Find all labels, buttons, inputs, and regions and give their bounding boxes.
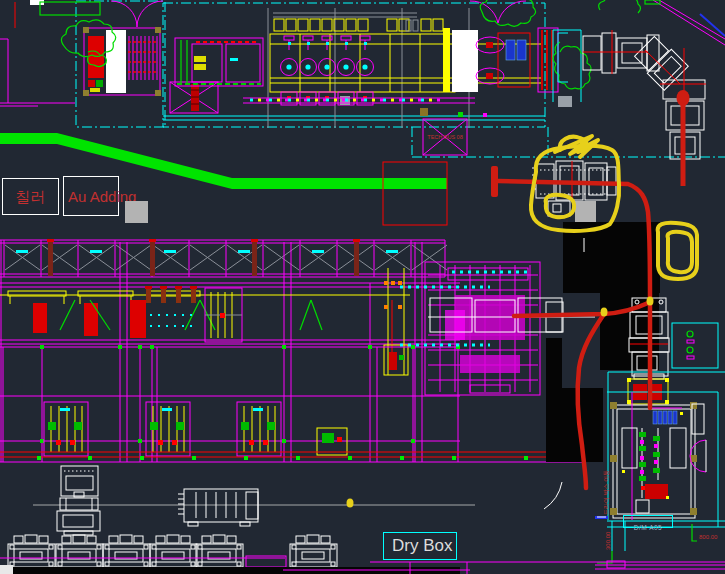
cad-drawing-canvas[interactable]: 칠러 Au Adding TECH BUS 08 Dry Box D/M A05… [0, 0, 725, 574]
gray-patch [125, 201, 148, 223]
blackout-regions [546, 222, 660, 462]
red-outline-box [383, 162, 447, 225]
bottom-carts [0, 466, 725, 574]
chiller-label-box[interactable]: 칠러 [2, 178, 59, 215]
top-left-equipment [0, 0, 218, 113]
tech-bus-label-text: TECH BUS 08 [425, 134, 465, 140]
dm-axis-label-text: D/M A05 [634, 524, 662, 531]
right-transfer-chain [558, 0, 725, 159]
dm-axis-label-box: D/M A05 [623, 515, 673, 528]
chiller-label-text: 칠러 [15, 188, 45, 207]
horizontal-dimension-text: 800.00 [699, 534, 717, 540]
boundary-lines [76, 1, 725, 157]
relocation-note-text: 드라이 박스 이동 [602, 470, 611, 515]
dry-box-label-text: Dry Box [392, 536, 452, 556]
vertical-dimension-text: 300.00 [605, 532, 611, 550]
au-adding-label-box[interactable]: Au Adding [63, 176, 119, 216]
dry-box-label-box[interactable]: Dry Box [383, 532, 457, 560]
furnace-line [111, 1, 581, 107]
cad-linework [0, 0, 725, 574]
